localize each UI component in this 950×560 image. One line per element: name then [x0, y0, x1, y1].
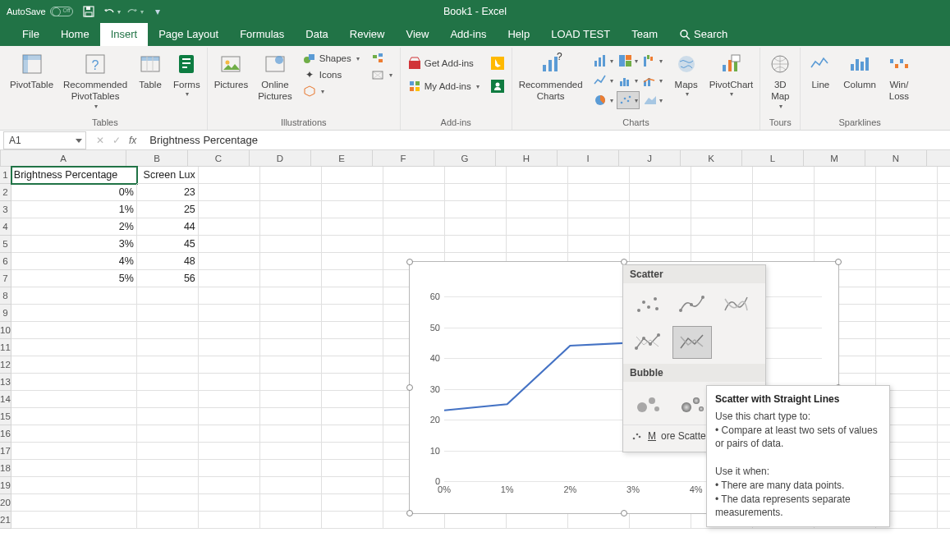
tab-addins[interactable]: Add-ins [439, 23, 497, 46]
name-box[interactable]: A1 [3, 131, 86, 149]
cell-O2[interactable] [938, 184, 950, 201]
pie-chart-button[interactable]: ▾ [592, 91, 615, 109]
cell-C3[interactable] [199, 201, 260, 218]
cell-E17[interactable] [322, 443, 383, 460]
cell-I4[interactable] [568, 218, 630, 236]
cell-C20[interactable] [199, 494, 260, 512]
cell-A5[interactable]: 3% [11, 236, 137, 253]
cell-H21[interactable] [507, 512, 568, 529]
cell-J2[interactable] [630, 184, 691, 201]
row-header-21[interactable]: 21 [0, 512, 11, 529]
cell-D8[interactable] [260, 287, 322, 305]
col-header-C[interactable]: C [188, 150, 250, 166]
cell-N4[interactable] [876, 218, 938, 236]
cell-D1[interactable] [260, 167, 322, 184]
tab-loadtest[interactable]: LOAD TEST [540, 23, 621, 46]
cell-A13[interactable] [11, 374, 137, 391]
row-header-14[interactable]: 14 [0, 391, 11, 408]
cell-A6[interactable]: 4% [11, 253, 137, 270]
cell-E4[interactable] [322, 218, 383, 236]
cell-E8[interactable] [322, 287, 383, 305]
cell-D16[interactable] [260, 425, 322, 443]
cell-D17[interactable] [260, 443, 322, 460]
cell-A14[interactable] [11, 391, 137, 408]
pivotchart-button[interactable]: PivotChart▾ [706, 49, 757, 103]
cell-I5[interactable] [568, 236, 630, 253]
row-header-8[interactable]: 8 [0, 287, 11, 305]
cell-D9[interactable] [260, 305, 322, 322]
cell-E5[interactable] [322, 236, 383, 253]
cell-E7[interactable] [322, 270, 383, 287]
cell-F2[interactable] [383, 184, 445, 201]
pivottable-button[interactable]: PivotTable [7, 49, 57, 103]
row-header-2[interactable]: 2 [0, 184, 11, 201]
cell-O19[interactable] [938, 477, 950, 494]
cell-A8[interactable] [11, 287, 137, 305]
cell-B3[interactable]: 25 [137, 201, 199, 218]
cell-O15[interactable] [938, 408, 950, 425]
recommended-pivottables-button[interactable]: ?Recommended PivotTables▾ [60, 49, 131, 112]
cell-I1[interactable] [568, 167, 630, 184]
cell-E15[interactable] [322, 408, 383, 425]
cell-G1[interactable] [445, 167, 507, 184]
cell-O18[interactable] [938, 460, 950, 477]
col-header-O[interactable]: O [927, 150, 950, 166]
cell-E2[interactable] [322, 184, 383, 201]
cell-F21[interactable] [383, 512, 445, 529]
cell-E9[interactable] [322, 305, 383, 322]
cell-J4[interactable] [630, 218, 691, 236]
cell-K2[interactable] [691, 184, 753, 201]
cell-I3[interactable] [568, 201, 630, 218]
cell-O9[interactable] [938, 305, 950, 322]
cell-C2[interactable] [199, 184, 260, 201]
row-header-5[interactable]: 5 [0, 236, 11, 253]
cell-F5[interactable] [383, 236, 445, 253]
row-header-16[interactable]: 16 [0, 425, 11, 443]
cell-B21[interactable] [137, 512, 199, 529]
row-header-10[interactable]: 10 [0, 322, 11, 339]
col-header-L[interactable]: L [742, 150, 804, 166]
cell-D21[interactable] [260, 512, 322, 529]
people-graph-button[interactable] [489, 79, 507, 94]
col-header-A[interactable]: A [1, 150, 126, 166]
cell-D13[interactable] [260, 374, 322, 391]
cell-J1[interactable] [630, 167, 691, 184]
cell-A19[interactable] [11, 477, 137, 494]
cell-C12[interactable] [199, 356, 260, 374]
cell-C9[interactable] [199, 305, 260, 322]
tab-help[interactable]: Help [497, 23, 540, 46]
col-header-K[interactable]: K [681, 150, 742, 166]
autosave-toggle[interactable]: AutoSave Off [7, 7, 73, 16]
cell-M4[interactable] [815, 218, 876, 236]
cell-N10[interactable] [876, 322, 938, 339]
cell-C6[interactable] [199, 253, 260, 270]
cell-M3[interactable] [815, 201, 876, 218]
row-header-4[interactable]: 4 [0, 218, 11, 236]
cell-A20[interactable] [11, 494, 137, 512]
worksheet-grid[interactable]: ABCDEFGHIJKLMNO 123456789101112131415161… [0, 150, 950, 558]
cell-B18[interactable] [137, 460, 199, 477]
cell-C19[interactable] [199, 477, 260, 494]
row-header-19[interactable]: 19 [0, 477, 11, 494]
save-icon[interactable] [81, 5, 96, 18]
cell-L1[interactable] [753, 167, 815, 184]
cell-B16[interactable] [137, 425, 199, 443]
cell-N1[interactable] [876, 167, 938, 184]
cell-O3[interactable] [938, 201, 950, 218]
cancel-icon[interactable]: ✕ [96, 135, 104, 146]
line-chart-button[interactable]: ▾ [592, 71, 615, 90]
statistic-chart-button[interactable]: ▾ [617, 71, 640, 90]
cell-D19[interactable] [260, 477, 322, 494]
cell-B11[interactable] [137, 339, 199, 356]
cell-B14[interactable] [137, 391, 199, 408]
cell-D4[interactable] [260, 218, 322, 236]
cell-B7[interactable]: 56 [137, 270, 199, 287]
cell-C11[interactable] [199, 339, 260, 356]
sparkline-line-button[interactable]: Line [804, 49, 837, 103]
cell-K3[interactable] [691, 201, 753, 218]
cell-K1[interactable] [691, 167, 753, 184]
cell-A4[interactable]: 2% [11, 218, 137, 236]
cell-J3[interactable] [630, 201, 691, 218]
cell-G2[interactable] [445, 184, 507, 201]
col-header-M[interactable]: M [804, 150, 865, 166]
